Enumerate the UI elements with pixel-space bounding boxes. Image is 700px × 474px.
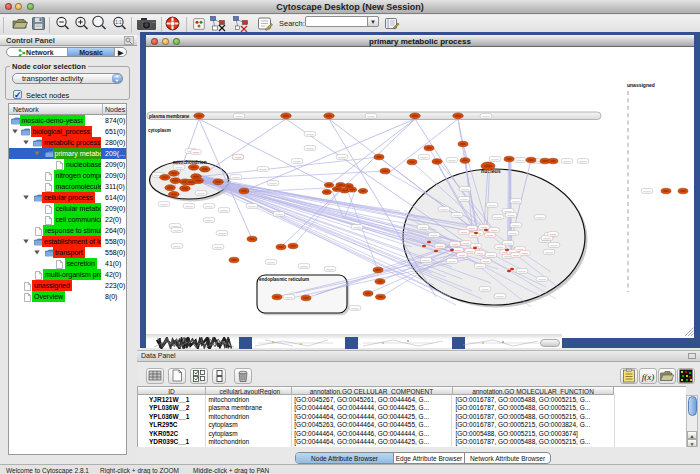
svg-text:mitochondrion: mitochondrion [173, 160, 207, 165]
svg-text:unassigned: unassigned [627, 82, 655, 88]
svg-text:plasma membrane: plasma membrane [149, 114, 190, 119]
svg-text:endoplasmic reticulum: endoplasmic reticulum [259, 277, 309, 282]
svg-text:f(x): f(x) [642, 372, 655, 382]
svg-text:cytoplasm: cytoplasm [148, 128, 171, 133]
svg-text:1:1: 1:1 [115, 20, 122, 25]
